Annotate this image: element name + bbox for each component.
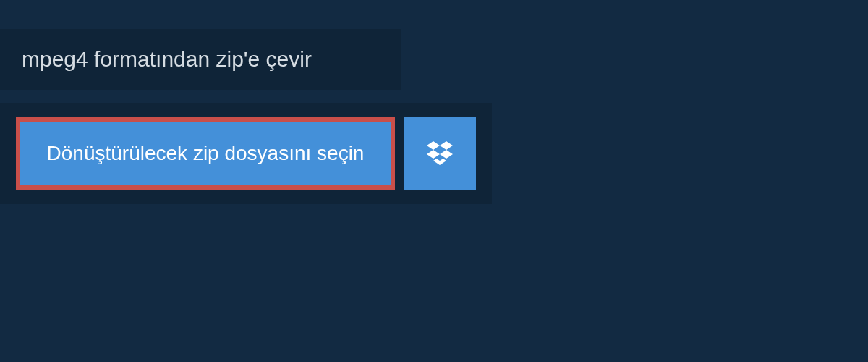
dropbox-button[interactable] [404,117,476,190]
select-file-label: Dönüştürülecek zip dosyasını seçin [47,142,365,165]
dropbox-icon [427,139,453,168]
page-title: mpeg4 formatından zip'e çevir [22,47,380,72]
select-file-button[interactable]: Dönüştürülecek zip dosyasını seçin [16,117,395,190]
header-bar: mpeg4 formatından zip'e çevir [0,29,401,90]
upload-panel: Dönüştürülecek zip dosyasını seçin [0,103,492,204]
